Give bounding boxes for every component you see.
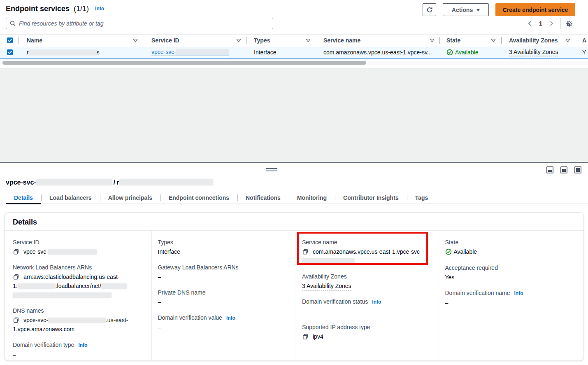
tab-tags[interactable]: Tags [407, 192, 437, 204]
tab-contributor-insights[interactable]: Contributor Insights [335, 192, 407, 204]
field-private-dns: Private DNS name – [158, 288, 295, 307]
page-number[interactable]: 1 [539, 20, 542, 27]
endpoint-services-panel: Endpoint services (1/1) Info Actions Cre… [0, 0, 588, 68]
table-row[interactable]: rs vpce-svc- Interface com.amazonaws.vpc… [0, 46, 588, 59]
field-label: Domain verification typeInfo [13, 341, 151, 350]
details-column-1: Service ID vpce-svc- Network Load Balanc… [5, 231, 151, 361]
tab-endpoint-connections[interactable]: Endpoint connections [160, 192, 237, 204]
tab-notifications[interactable]: Notifications [237, 192, 289, 204]
filter-icon[interactable] [565, 37, 571, 43]
select-all-checkbox[interactable] [7, 37, 13, 43]
tab-details[interactable]: Details [6, 192, 41, 204]
redacted-text [18, 283, 56, 289]
dns-name-value: vpce-svc- [23, 317, 48, 323]
panel-position-side-icon[interactable] [560, 166, 567, 173]
search-input[interactable]: Find resources by attribute or tag [6, 18, 273, 29]
column-divider[interactable] [501, 37, 502, 44]
column-header-state[interactable]: State [446, 37, 460, 44]
copy-icon[interactable] [13, 317, 19, 323]
redacted-text [36, 179, 112, 185]
column-divider[interactable] [246, 37, 246, 44]
filter-icon[interactable] [305, 37, 311, 43]
actions-button[interactable]: Actions [443, 3, 489, 16]
field-domain-verification-value: Domain verification valueInfo – [158, 314, 295, 332]
search-icon [9, 20, 16, 27]
field-gateway-arns: Gateway Load Balancers ARNs – [158, 263, 295, 281]
field-label: Acceptance required [445, 264, 584, 272]
column-divider[interactable] [315, 37, 315, 44]
field-dns-names: DNS names vpce-svc-.us-east- 1.vpce.amaz… [13, 307, 151, 334]
split-panel-drag-handle[interactable] [266, 168, 277, 171]
cell-service-id-link[interactable]: vpce-svc- [151, 49, 229, 56]
field-label: Gateway Load Balancers ARNs [158, 263, 295, 272]
column-header-service-name[interactable]: Service name [323, 37, 360, 44]
field-value: – [158, 297, 295, 307]
pagination-divider [560, 18, 561, 29]
availability-zones-link[interactable]: 3 Availability Zones [302, 283, 351, 290]
details-card-heading: Details [5, 213, 583, 231]
actions-label: Actions [452, 7, 473, 13]
panel-position-full-icon[interactable] [574, 166, 581, 173]
filter-icon[interactable] [132, 37, 138, 43]
field-domain-verification-status: Domain verification statusInfo – [302, 297, 439, 316]
field-label: Types [158, 238, 295, 247]
info-link[interactable]: Info [372, 299, 381, 305]
copy-icon[interactable] [302, 333, 309, 340]
settings-gear-icon[interactable] [566, 20, 573, 27]
refresh-icon [426, 7, 433, 13]
split-panel-title: vpce-svc-/r [6, 179, 213, 186]
status-available-icon [445, 248, 452, 255]
split-panel-position-controls [546, 166, 581, 173]
supported-ip-value: ipv4 [313, 333, 323, 340]
redacted-text [13, 292, 112, 298]
tab-allow-principals[interactable]: Allow principals [100, 192, 160, 204]
column-header-name[interactable]: Name [27, 37, 42, 44]
field-value: Yes [445, 273, 584, 282]
redacted-text [119, 179, 213, 185]
search-placeholder: Find resources by attribute or tag [19, 20, 103, 27]
filter-icon[interactable] [236, 37, 242, 43]
field-value: Interface [158, 247, 295, 256]
column-header-acceptance[interactable]: A [582, 37, 586, 44]
filter-icon[interactable] [490, 37, 496, 43]
column-header-availability-zones[interactable]: Availability Zones [509, 37, 558, 44]
scrollbar-thumb[interactable] [2, 61, 366, 65]
field-label: Network Load Balancers ARNs [13, 263, 151, 272]
column-header-service-id[interactable]: Service ID [151, 37, 179, 44]
page-title-text: Endpoint services [6, 5, 70, 13]
cell-availability-zones[interactable]: 3 Availability Zones [509, 49, 558, 56]
create-endpoint-service-button[interactable]: Create endpoint service [495, 3, 575, 16]
field-availability-zones: Availability Zones 3 Availability Zones [302, 272, 439, 290]
row-checkbox[interactable] [7, 49, 13, 55]
info-link[interactable]: Info [226, 315, 235, 321]
split-panel: vpce-svc-/r Details Load balancers Allow… [0, 162, 588, 365]
info-link[interactable]: Info [95, 6, 104, 12]
page-title: Endpoint services (1/1) Info [6, 5, 104, 13]
field-label: Domain verification valueInfo [158, 314, 295, 323]
previous-page-icon[interactable] [527, 20, 533, 27]
refresh-button[interactable] [423, 3, 436, 16]
next-page-icon[interactable] [548, 20, 555, 27]
panel-position-bottom-icon[interactable] [546, 166, 553, 173]
column-header-types[interactable]: Types [254, 37, 270, 44]
column-divider[interactable] [439, 37, 440, 44]
redacted-text [29, 50, 97, 55]
column-divider [575, 37, 575, 44]
details-column-4: State Available Acceptance required Yes … [439, 231, 584, 361]
page: Endpoint services (1/1) Info Actions Cre… [0, 0, 588, 365]
tab-monitoring[interactable]: Monitoring [289, 192, 335, 204]
field-label: DNS names [13, 307, 151, 315]
info-link[interactable]: Info [514, 290, 523, 296]
field-value: – [445, 298, 584, 307]
info-link[interactable]: Info [78, 342, 87, 348]
filter-icon[interactable] [429, 37, 435, 43]
redacted-text [48, 318, 106, 323]
horizontal-scrollbar[interactable] [0, 61, 588, 65]
column-divider[interactable] [145, 37, 145, 44]
create-label: Create endpoint service [503, 7, 568, 13]
copy-icon[interactable] [13, 248, 19, 255]
tab-bar: Details Load balancers Allow principals … [0, 192, 588, 204]
copy-icon[interactable] [13, 274, 19, 280]
tab-load-balancers[interactable]: Load balancers [41, 192, 100, 204]
field-label: Private DNS name [158, 288, 295, 297]
